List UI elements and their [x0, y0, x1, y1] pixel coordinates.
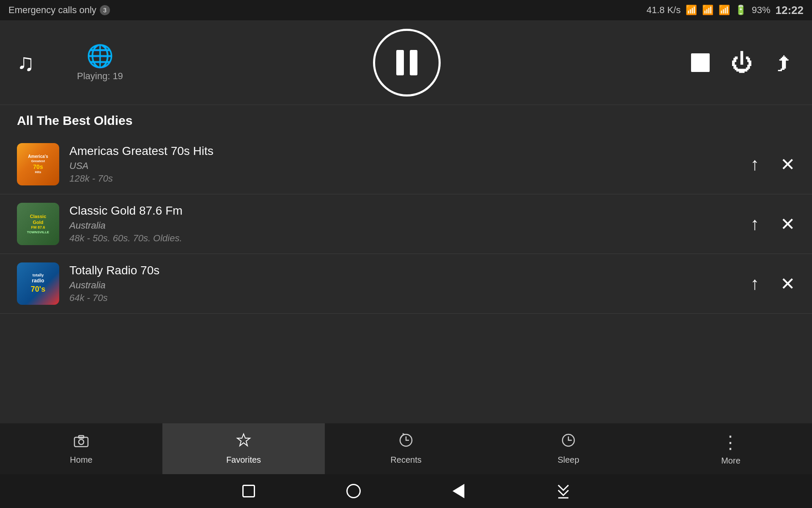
- nav-download-icon: [555, 483, 572, 500]
- station-actions-totally: ↑ ✕: [750, 273, 795, 294]
- nav-circle-icon: [346, 484, 361, 498]
- station-actions-americas: ↑ ✕: [750, 154, 795, 175]
- station-country-americas: USA: [69, 160, 740, 171]
- pause-button[interactable]: [373, 29, 441, 97]
- nav-triangle-icon: [453, 484, 464, 498]
- stop-icon: [691, 53, 710, 72]
- svg-rect-0: [74, 437, 88, 447]
- section-title: All The Best Oldies: [0, 105, 812, 135]
- more-label: More: [721, 456, 741, 466]
- recents-label: Recents: [390, 455, 421, 465]
- station-actions-classicgold: ↑ ✕: [750, 214, 795, 235]
- player-bar: ♫ 🌐 Playing: 19 ⏻ ⮭: [0, 20, 812, 105]
- upload-button-totally[interactable]: ↑: [750, 273, 759, 294]
- battery-icon: 🔋: [735, 5, 746, 16]
- sys-home-button[interactable]: [343, 481, 364, 501]
- remove-button-classicgold[interactable]: ✕: [780, 214, 795, 235]
- power-button[interactable]: ⏻: [731, 50, 753, 75]
- radio-item: America's Greatest 70s Hits Americas Gre…: [0, 135, 812, 194]
- sys-back-button[interactable]: [239, 481, 259, 501]
- favorites-label: Favorites: [226, 455, 261, 465]
- home-icon: [74, 433, 89, 452]
- radio-list: America's Greatest 70s Hits Americas Gre…: [0, 135, 812, 314]
- station-country-classicgold: Australia: [69, 220, 740, 231]
- nav-square-icon: [242, 485, 255, 497]
- station-meta-classicgold: 48k - 50s. 60s. 70s. Oldies.: [69, 233, 740, 244]
- svg-marker-3: [237, 434, 250, 446]
- sys-download-button[interactable]: [553, 481, 573, 501]
- station-meta-americas: 128k - 70s: [69, 173, 740, 184]
- share-button[interactable]: ⮭: [774, 50, 795, 75]
- music-icon: ♫: [17, 49, 35, 76]
- time-display: 12:22: [776, 4, 804, 17]
- radio-item: Classic Gold FM 87.6 TOWNSVILLE Classic …: [0, 194, 812, 254]
- battery-text: 93%: [752, 5, 770, 16]
- station-name-totally: Totally Radio 70s: [69, 264, 740, 277]
- bottom-nav: Home Favorites Recents Sleep: [0, 423, 812, 474]
- favorites-icon: [236, 433, 251, 452]
- sleep-label: Sleep: [557, 455, 579, 465]
- upload-button-americas[interactable]: ↑: [750, 154, 759, 174]
- nav-recents[interactable]: Recents: [325, 423, 487, 474]
- pause-bar-left: [396, 50, 404, 75]
- station-logo-americas[interactable]: America's Greatest 70s Hits: [17, 143, 59, 185]
- player-center[interactable]: [123, 29, 691, 97]
- globe-icon: 🌐: [86, 43, 114, 69]
- station-info-classicgold: Classic Gold 87.6 Fm Australia 48k - 50s…: [69, 204, 740, 244]
- home-label: Home: [70, 455, 92, 465]
- globe-section: 🌐 Playing: 19: [52, 43, 123, 82]
- nav-more[interactable]: ⋮ More: [650, 423, 812, 474]
- status-bar: Emergency calls only 3 41.8 K/s 📶 📶 📶 🔋 …: [0, 0, 812, 20]
- status-bar-left: Emergency calls only 3: [8, 5, 110, 16]
- svg-point-1: [79, 439, 84, 444]
- station-info-americas: Americas Greatest 70s Hits USA 128k - 70…: [69, 144, 740, 184]
- playing-text: Playing: 19: [77, 71, 123, 82]
- remove-button-totally[interactable]: ✕: [780, 273, 795, 294]
- nav-sleep[interactable]: Sleep: [487, 423, 650, 474]
- station-meta-totally: 64k - 70s: [69, 293, 740, 304]
- stop-button[interactable]: [691, 53, 710, 72]
- emergency-text: Emergency calls only: [8, 5, 96, 16]
- station-info-totally: Totally Radio 70s Australia 64k - 70s: [69, 264, 740, 304]
- recents-icon: [398, 433, 414, 452]
- player-left: ♫: [17, 49, 35, 76]
- player-right: ⏻ ⮭: [691, 50, 795, 75]
- speed-indicator: 41.8 K/s: [647, 5, 681, 16]
- nav-favorites[interactable]: Favorites: [162, 423, 325, 474]
- nav-home[interactable]: Home: [0, 423, 162, 474]
- system-nav-bar: [0, 474, 812, 508]
- radio-item: totally radio 70's Totally Radio 70s Aus…: [0, 254, 812, 314]
- notification-badge: 3: [100, 5, 110, 15]
- station-name-americas: Americas Greatest 70s Hits: [69, 144, 740, 158]
- station-logo-classicgold[interactable]: Classic Gold FM 87.6 TOWNSVILLE: [17, 203, 59, 245]
- station-name-classicgold: Classic Gold 87.6 Fm: [69, 204, 740, 218]
- bluetooth-icon: 📶: [686, 5, 697, 16]
- sys-overview-button[interactable]: [448, 481, 469, 501]
- signal-icon: 📶: [702, 5, 713, 16]
- more-icon: ⋮: [721, 432, 740, 453]
- pause-bar-right: [410, 50, 417, 75]
- status-bar-right: 41.8 K/s 📶 📶 📶 🔋 93% 12:22: [647, 4, 804, 17]
- pause-icon: [396, 50, 417, 75]
- wifi-icon: 📶: [719, 5, 730, 16]
- station-logo-totally[interactable]: totally radio 70's: [17, 262, 59, 305]
- upload-button-classicgold[interactable]: ↑: [750, 214, 759, 234]
- station-country-totally: Australia: [69, 280, 740, 291]
- remove-button-americas[interactable]: ✕: [780, 154, 795, 175]
- sleep-icon: [561, 433, 576, 452]
